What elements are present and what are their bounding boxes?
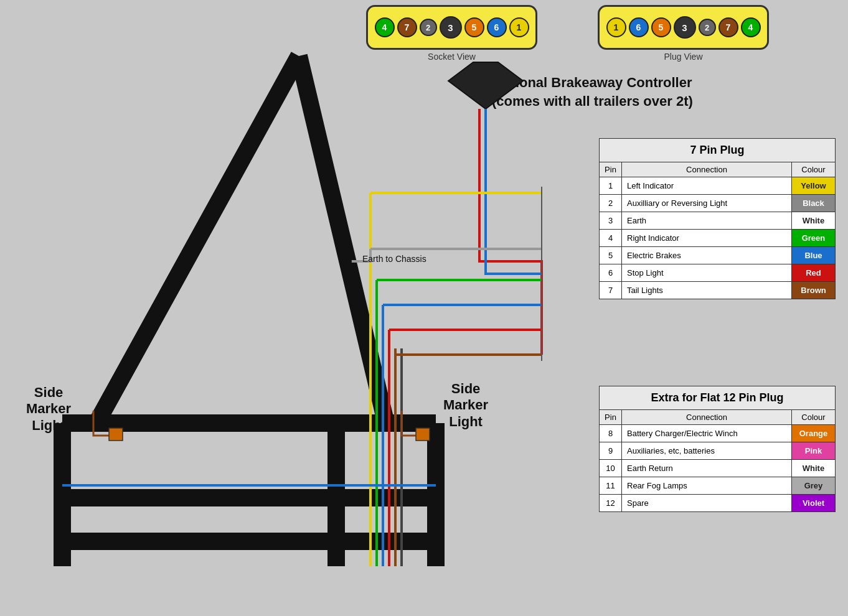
connection-name: Auxiliaries, etc, batteries: [622, 442, 792, 460]
table-row: 1 Left Indicator Yellow: [600, 177, 836, 195]
side-marker-right: Side Marker Light: [443, 381, 488, 430]
connection-name: Right Indicator: [622, 230, 792, 247]
table-row: 4 Right Indicator Green: [600, 230, 836, 247]
table-row: 8 Battery Charger/Electric Winch Orange: [600, 425, 836, 442]
connection-name: Auxilliary or Reversing Light: [622, 195, 792, 212]
table-row: 3 Earth White: [600, 212, 836, 230]
connection-name: Electric Brakes: [622, 247, 792, 264]
connection-name: Battery Charger/Electric Winch: [622, 425, 792, 442]
connection-name: Left Indicator: [622, 177, 792, 195]
plug-label: Plug View: [598, 52, 769, 62]
col-header-colour: Colour: [792, 162, 836, 177]
plug-pin-7: 7: [718, 17, 738, 37]
table-row: 5 Electric Brakes Blue: [600, 247, 836, 264]
earth-chassis-label: Earth to Chassis: [362, 254, 426, 264]
col-header-colour-12: Colour: [792, 410, 836, 425]
svg-rect-18: [416, 428, 430, 441]
svg-line-1: [299, 56, 386, 423]
pin-number: 1: [600, 177, 622, 195]
table-7pin-title: 7 Pin Plug: [600, 139, 836, 162]
colour-cell: Grey: [792, 477, 836, 495]
col-header-pin-12: Pin: [600, 410, 622, 425]
svg-marker-8: [448, 62, 523, 109]
pin-number: 8: [600, 425, 622, 442]
plug-connector: 1 6 5 3 2 7 4 Plug View: [598, 5, 769, 62]
table-row: 10 Earth Return White: [600, 460, 836, 477]
table-row: 9 Auxiliaries, etc, batteries Pink: [600, 442, 836, 460]
table-12pin: Extra for Flat 12 Pin Plug Pin Connectio…: [599, 386, 836, 523]
pin-number: 9: [600, 442, 622, 460]
pin-number: 2: [600, 195, 622, 212]
col-header-pin: Pin: [600, 162, 622, 177]
table-row: 6 Stop Light Red: [600, 264, 836, 282]
table-row: 2 Auxilliary or Reversing Light Black: [600, 195, 836, 212]
colour-cell: Black: [792, 195, 836, 212]
colour-cell: Pink: [792, 442, 836, 460]
pin-number: 4: [600, 230, 622, 247]
svg-rect-17: [109, 428, 123, 441]
svg-point-15: [346, 258, 352, 264]
plug-pin-1: 1: [606, 17, 626, 37]
pin-number: 3: [600, 212, 622, 230]
colour-cell: Brown: [792, 282, 836, 299]
table-12pin-title: Extra for Flat 12 Pin Plug: [600, 386, 836, 410]
pin-number: 5: [600, 247, 622, 264]
table-row: 7 Tail Lights Brown: [600, 282, 836, 299]
col-header-connection-12: Connection: [622, 410, 792, 425]
pin-number: 12: [600, 495, 622, 512]
colour-cell: Green: [792, 230, 836, 247]
colour-cell: Red: [792, 264, 836, 282]
plug-pin-2: 2: [699, 19, 716, 36]
table-7pin: 7 Pin Plug Pin Connection Colour 1 Left …: [599, 138, 836, 310]
table-row: 12 Spare Violet: [600, 495, 836, 512]
colour-cell: Yellow: [792, 177, 836, 195]
colour-cell: Violet: [792, 495, 836, 512]
wiring-diagram: [0, 0, 585, 616]
colour-cell: White: [792, 212, 836, 230]
connection-name: Stop Light: [622, 264, 792, 282]
colour-cell: White: [792, 460, 836, 477]
connection-name: Spare: [622, 495, 792, 512]
side-marker-left: Side Marker Light: [26, 385, 71, 434]
col-header-connection: Connection: [622, 162, 792, 177]
pin-number: 7: [600, 282, 622, 299]
pin-number: 6: [600, 264, 622, 282]
colour-cell: Orange: [792, 425, 836, 442]
plug-pin-5: 5: [651, 17, 671, 37]
colour-cell: Blue: [792, 247, 836, 264]
plug-pin-4: 4: [741, 17, 761, 37]
plug-pin-6: 6: [629, 17, 649, 37]
svg-line-0: [97, 56, 299, 423]
connection-name: Earth: [622, 212, 792, 230]
pin-number: 11: [600, 477, 622, 495]
table-row: 11 Rear Fog Lamps Grey: [600, 477, 836, 495]
connection-name: Earth Return: [622, 460, 792, 477]
pin-number: 10: [600, 460, 622, 477]
plug-pin-3: 3: [674, 16, 696, 39]
connection-name: Tail Lights: [622, 282, 792, 299]
connection-name: Rear Fog Lamps: [622, 477, 792, 495]
